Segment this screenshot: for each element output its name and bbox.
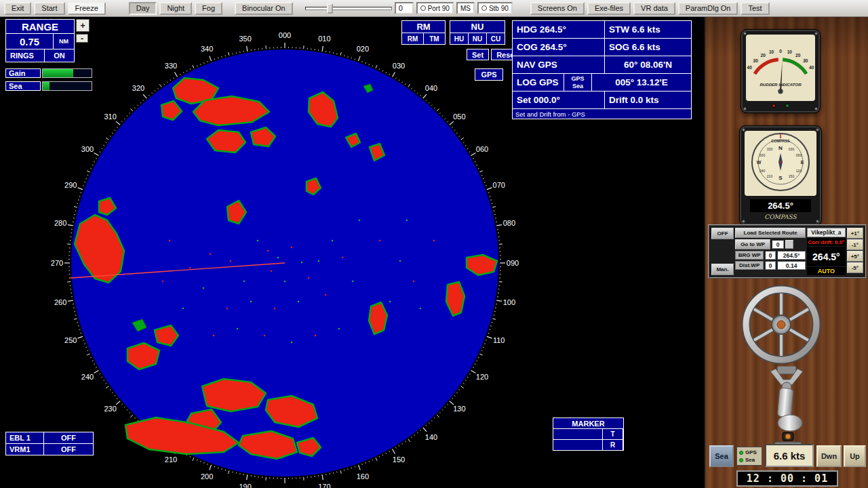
rm-button[interactable]: RM	[402, 33, 423, 44]
trim-minus1-button[interactable]: -1°	[847, 239, 863, 250]
ebl-toggle[interactable]: OFF	[44, 432, 93, 443]
source-gps: GPS	[571, 75, 584, 83]
bearing-tick	[467, 377, 469, 378]
bearing-tick	[190, 456, 191, 458]
gain-slider[interactable]	[42, 68, 92, 78]
autopilot-off-button[interactable]: OFF	[711, 228, 734, 239]
cu-button[interactable]: CU	[487, 33, 505, 44]
test-button[interactable]: Test	[741, 2, 769, 15]
night-button[interactable]: Night	[159, 2, 192, 15]
route-name-display: Vikeplikt_a	[807, 228, 846, 237]
bearing-tick	[481, 175, 483, 176]
range-decrease-button[interactable]: -	[76, 34, 88, 43]
exit-button[interactable]: Exit	[4, 2, 31, 15]
throttle-lever[interactable]	[758, 366, 815, 449]
rings-label[interactable]: RINGS	[6, 49, 44, 62]
orientation-mode-group: NU HU NU CU	[450, 20, 505, 45]
bearing-tick	[127, 409, 127, 410]
speed-down-button[interactable]: Dwn	[816, 445, 842, 467]
sea-clutter-dot	[389, 301, 391, 303]
sea-clutter-dot	[189, 267, 191, 269]
slider-track	[305, 7, 392, 10]
bearing-tick	[431, 420, 432, 421]
trim-plus5-button[interactable]: +5°	[847, 251, 863, 262]
longitude-readout: 005° 13.12'E	[592, 74, 691, 91]
bearing-tick	[463, 383, 465, 384]
bearing-tick	[130, 415, 133, 418]
vrm-toggle[interactable]: OFF	[44, 444, 93, 455]
sea-clutter-dot	[298, 301, 300, 303]
position-source-selector[interactable]: GPS Sea	[564, 74, 591, 91]
port90-radio[interactable]: Port 90	[416, 2, 454, 14]
bearing-label: 170	[318, 483, 330, 488]
sea-clutter-dot	[318, 260, 320, 262]
autopilot-mode-display: AUTO	[807, 267, 846, 275]
screens-button[interactable]: Screens On	[530, 2, 585, 15]
ms-box[interactable]: MS	[456, 2, 475, 14]
gps-button[interactable]: GPS	[475, 68, 503, 81]
dist-wp-index: 0	[765, 261, 776, 270]
range-increase-button[interactable]: +	[76, 19, 90, 32]
bearing-tick	[475, 364, 476, 365]
sea-clutter-dot	[277, 257, 279, 259]
exe-files-button[interactable]: Exe-files	[587, 2, 631, 15]
sea-mode-button[interactable]: Sea	[709, 445, 734, 467]
hu-button[interactable]: HU	[450, 33, 468, 44]
vr-data-button[interactable]: VR data	[633, 2, 675, 15]
bearing-tick	[87, 171, 90, 172]
bearing-label: 200	[201, 472, 213, 481]
paramdlg-button[interactable]: ParamDlg On	[678, 2, 738, 15]
bearing-label: 120	[476, 373, 488, 381]
slider-thumb[interactable]	[327, 3, 333, 14]
gain-sea-controls: Gain Sea	[5, 68, 92, 91]
trim-minus5-button[interactable]: -5°	[847, 262, 863, 273]
fog-button[interactable]: Fog	[195, 2, 222, 15]
bearing-label: 090	[507, 259, 519, 267]
sea-clutter-dot	[379, 240, 381, 242]
goto-wp-stepper[interactable]	[785, 240, 793, 249]
goto-wp-button[interactable]: Go to WP	[735, 239, 770, 249]
goto-wp-value[interactable]: 0	[772, 240, 784, 249]
bearing-tick	[393, 73, 395, 77]
nu-button[interactable]: NU	[469, 33, 486, 44]
load-route-button[interactable]: Load Selected Route	[735, 228, 806, 238]
svg-text:240: 240	[760, 169, 766, 173]
speed-up-button[interactable]: Up	[844, 445, 866, 467]
throttle-knob[interactable]	[778, 415, 802, 431]
bearing-tick	[130, 108, 133, 111]
svg-text:0: 0	[779, 49, 782, 54]
bearing-tick	[83, 186, 84, 186]
value-field[interactable]: 0	[395, 2, 414, 14]
bearing-tick	[247, 474, 248, 480]
bearing-tick	[68, 300, 73, 301]
sea-slider[interactable]	[42, 81, 92, 91]
set-button[interactable]: Set	[467, 49, 489, 60]
stb90-radio[interactable]: Stb 90	[477, 2, 513, 14]
view-slider[interactable]	[305, 2, 392, 14]
bearing-tick	[200, 461, 201, 462]
svg-text:30: 30	[753, 58, 758, 63]
tm-button[interactable]: TM	[424, 33, 445, 44]
bearing-tick	[78, 188, 83, 190]
day-button[interactable]: Day	[129, 2, 157, 15]
bearing-tick	[496, 300, 502, 301]
trim-plus1-button[interactable]: +1°	[847, 228, 863, 239]
bearing-tick	[116, 121, 120, 125]
bearing-tick	[379, 68, 380, 70]
sea-clutter-dot	[264, 335, 266, 337]
bearing-tick	[193, 458, 194, 461]
bearing-tick	[426, 425, 427, 426]
ships-wheel[interactable]	[732, 276, 830, 373]
autopilot-manual-button[interactable]: Man.	[711, 264, 734, 275]
bearing-label: 260	[54, 298, 66, 306]
freeze-button[interactable]: Freeze	[68, 2, 106, 15]
bearing-tick	[186, 70, 187, 72]
start-button[interactable]: Start	[34, 2, 64, 15]
throttle-arm[interactable]	[777, 388, 793, 418]
rings-state[interactable]: ON	[45, 49, 74, 62]
bearing-tick	[140, 102, 141, 103]
binocular-button[interactable]: Binocular On	[235, 2, 293, 15]
radar-screen: 0000100200300400500600700800901001101201…	[0, 17, 704, 488]
bearing-tick	[77, 322, 78, 323]
bearing-tick	[423, 428, 427, 432]
